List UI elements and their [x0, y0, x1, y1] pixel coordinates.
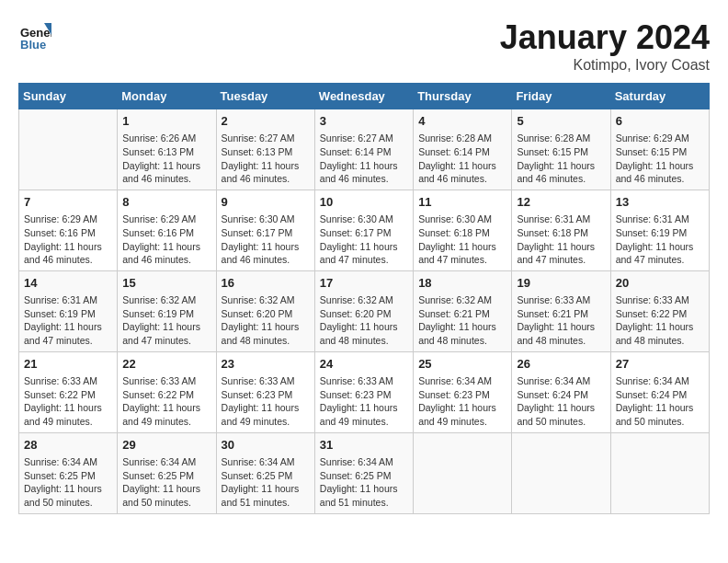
- calendar-cell: 29Sunrise: 6:34 AMSunset: 6:25 PMDayligh…: [118, 432, 216, 513]
- calendar-cell: 11Sunrise: 6:30 AMSunset: 6:18 PMDayligh…: [414, 190, 512, 270]
- header-cell-saturday: Saturday: [610, 84, 709, 109]
- day-info: Sunrise: 6:34 AMSunset: 6:24 PMDaylight:…: [517, 374, 605, 429]
- day-info: Sunrise: 6:27 AMSunset: 6:13 PMDaylight:…: [222, 132, 310, 186]
- logo-icon: General Blue: [18, 18, 51, 52]
- calendar-cell: 26Sunrise: 6:34 AMSunset: 6:24 PMDayligh…: [512, 351, 610, 432]
- svg-text:Blue: Blue: [20, 38, 46, 52]
- calendar-cell: 23Sunrise: 6:33 AMSunset: 6:23 PMDayligh…: [216, 351, 314, 432]
- day-info: Sunrise: 6:33 AMSunset: 6:22 PMDaylight:…: [24, 374, 112, 429]
- day-number: 18: [418, 275, 506, 292]
- day-number: 4: [418, 113, 506, 130]
- day-info: Sunrise: 6:27 AMSunset: 6:14 PMDaylight:…: [320, 132, 408, 186]
- day-info: Sunrise: 6:30 AMSunset: 6:17 PMDaylight:…: [320, 213, 408, 267]
- calendar-cell: 5Sunrise: 6:28 AMSunset: 6:15 PMDaylight…: [512, 109, 610, 190]
- page-header: General Blue January 2024 Kotimpo, Ivory…: [18, 18, 710, 74]
- day-info: Sunrise: 6:32 AMSunset: 6:20 PMDaylight:…: [320, 293, 408, 348]
- calendar-cell: 14Sunrise: 6:31 AMSunset: 6:19 PMDayligh…: [19, 270, 118, 351]
- month-title: January 2024: [500, 18, 710, 57]
- calendar-cell: 1Sunrise: 6:26 AMSunset: 6:13 PMDaylight…: [118, 109, 216, 190]
- day-number: 24: [320, 356, 408, 373]
- day-number: 21: [24, 356, 112, 373]
- day-info: Sunrise: 6:33 AMSunset: 6:23 PMDaylight:…: [222, 374, 310, 429]
- calendar-cell: 31Sunrise: 6:34 AMSunset: 6:25 PMDayligh…: [314, 432, 413, 513]
- calendar-cell: [512, 432, 610, 513]
- day-info: Sunrise: 6:32 AMSunset: 6:20 PMDaylight:…: [222, 293, 310, 348]
- header-cell-tuesday: Tuesday: [216, 84, 314, 109]
- day-number: 20: [616, 275, 704, 292]
- location: Kotimpo, Ivory Coast: [500, 57, 710, 74]
- day-info: Sunrise: 6:28 AMSunset: 6:14 PMDaylight:…: [418, 132, 506, 186]
- header-cell-wednesday: Wednesday: [314, 84, 413, 109]
- day-info: Sunrise: 6:34 AMSunset: 6:25 PMDaylight:…: [320, 455, 408, 510]
- day-number: 17: [320, 275, 408, 292]
- calendar-week-row: 7Sunrise: 6:29 AMSunset: 6:16 PMDaylight…: [19, 190, 710, 270]
- day-number: 13: [616, 194, 704, 211]
- day-info: Sunrise: 6:32 AMSunset: 6:21 PMDaylight:…: [418, 293, 506, 348]
- day-number: 1: [122, 113, 210, 130]
- day-number: 11: [418, 194, 506, 211]
- calendar-week-row: 28Sunrise: 6:34 AMSunset: 6:25 PMDayligh…: [19, 432, 710, 513]
- day-info: Sunrise: 6:34 AMSunset: 6:25 PMDaylight:…: [24, 455, 112, 510]
- day-info: Sunrise: 6:26 AMSunset: 6:13 PMDaylight:…: [122, 132, 210, 186]
- day-info: Sunrise: 6:31 AMSunset: 6:19 PMDaylight:…: [24, 293, 112, 348]
- calendar-header-row: SundayMondayTuesdayWednesdayThursdayFrid…: [19, 84, 710, 109]
- calendar-cell: 6Sunrise: 6:29 AMSunset: 6:15 PMDaylight…: [610, 109, 709, 190]
- calendar-table: SundayMondayTuesdayWednesdayThursdayFrid…: [18, 83, 710, 514]
- day-number: 26: [517, 356, 605, 373]
- day-info: Sunrise: 6:28 AMSunset: 6:15 PMDaylight:…: [517, 132, 605, 186]
- day-info: Sunrise: 6:34 AMSunset: 6:25 PMDaylight:…: [122, 455, 210, 510]
- header-cell-sunday: Sunday: [19, 84, 118, 109]
- logo: General Blue: [18, 18, 51, 52]
- calendar-cell: 16Sunrise: 6:32 AMSunset: 6:20 PMDayligh…: [216, 270, 314, 351]
- day-info: Sunrise: 6:34 AMSunset: 6:23 PMDaylight:…: [418, 374, 506, 429]
- day-number: 23: [222, 356, 310, 373]
- day-number: 30: [222, 437, 310, 454]
- day-number: 6: [616, 113, 704, 130]
- calendar-cell: 9Sunrise: 6:30 AMSunset: 6:17 PMDaylight…: [216, 190, 314, 270]
- day-number: 19: [517, 275, 605, 292]
- day-info: Sunrise: 6:33 AMSunset: 6:22 PMDaylight:…: [616, 293, 704, 348]
- calendar-cell: 3Sunrise: 6:27 AMSunset: 6:14 PMDaylight…: [314, 109, 413, 190]
- calendar-cell: 8Sunrise: 6:29 AMSunset: 6:16 PMDaylight…: [118, 190, 216, 270]
- day-number: 28: [24, 437, 112, 454]
- day-number: 2: [222, 113, 310, 130]
- calendar-cell: [414, 432, 512, 513]
- calendar-cell: 13Sunrise: 6:31 AMSunset: 6:19 PMDayligh…: [610, 190, 709, 270]
- calendar-cell: 4Sunrise: 6:28 AMSunset: 6:14 PMDaylight…: [414, 109, 512, 190]
- calendar-cell: 22Sunrise: 6:33 AMSunset: 6:22 PMDayligh…: [118, 351, 216, 432]
- calendar-cell: 10Sunrise: 6:30 AMSunset: 6:17 PMDayligh…: [314, 190, 413, 270]
- day-info: Sunrise: 6:32 AMSunset: 6:19 PMDaylight:…: [122, 293, 210, 348]
- calendar-cell: 20Sunrise: 6:33 AMSunset: 6:22 PMDayligh…: [610, 270, 709, 351]
- day-number: 27: [616, 356, 704, 373]
- day-info: Sunrise: 6:34 AMSunset: 6:24 PMDaylight:…: [616, 374, 704, 429]
- day-number: 31: [320, 437, 408, 454]
- calendar-cell: 19Sunrise: 6:33 AMSunset: 6:21 PMDayligh…: [512, 270, 610, 351]
- day-number: 12: [517, 194, 605, 211]
- day-number: 15: [122, 275, 210, 292]
- day-number: 25: [418, 356, 506, 373]
- calendar-week-row: 21Sunrise: 6:33 AMSunset: 6:22 PMDayligh…: [19, 351, 710, 432]
- day-info: Sunrise: 6:31 AMSunset: 6:18 PMDaylight:…: [517, 213, 605, 267]
- day-info: Sunrise: 6:31 AMSunset: 6:19 PMDaylight:…: [616, 213, 704, 267]
- calendar-cell: [19, 109, 118, 190]
- calendar-cell: 30Sunrise: 6:34 AMSunset: 6:25 PMDayligh…: [216, 432, 314, 513]
- day-number: 29: [122, 437, 210, 454]
- day-info: Sunrise: 6:34 AMSunset: 6:25 PMDaylight:…: [222, 455, 310, 510]
- calendar-cell: 27Sunrise: 6:34 AMSunset: 6:24 PMDayligh…: [610, 351, 709, 432]
- calendar-cell: 12Sunrise: 6:31 AMSunset: 6:18 PMDayligh…: [512, 190, 610, 270]
- calendar-cell: 15Sunrise: 6:32 AMSunset: 6:19 PMDayligh…: [118, 270, 216, 351]
- calendar-week-row: 14Sunrise: 6:31 AMSunset: 6:19 PMDayligh…: [19, 270, 710, 351]
- day-number: 10: [320, 194, 408, 211]
- calendar-cell: 21Sunrise: 6:33 AMSunset: 6:22 PMDayligh…: [19, 351, 118, 432]
- calendar-cell: 7Sunrise: 6:29 AMSunset: 6:16 PMDaylight…: [19, 190, 118, 270]
- calendar-cell: 17Sunrise: 6:32 AMSunset: 6:20 PMDayligh…: [314, 270, 413, 351]
- calendar-cell: [610, 432, 709, 513]
- day-info: Sunrise: 6:33 AMSunset: 6:21 PMDaylight:…: [517, 293, 605, 348]
- title-section: January 2024 Kotimpo, Ivory Coast: [500, 18, 710, 74]
- day-info: Sunrise: 6:30 AMSunset: 6:18 PMDaylight:…: [418, 213, 506, 267]
- calendar-cell: 18Sunrise: 6:32 AMSunset: 6:21 PMDayligh…: [414, 270, 512, 351]
- day-info: Sunrise: 6:29 AMSunset: 6:16 PMDaylight:…: [24, 213, 112, 267]
- day-number: 8: [122, 194, 210, 211]
- day-number: 22: [122, 356, 210, 373]
- header-cell-monday: Monday: [118, 84, 216, 109]
